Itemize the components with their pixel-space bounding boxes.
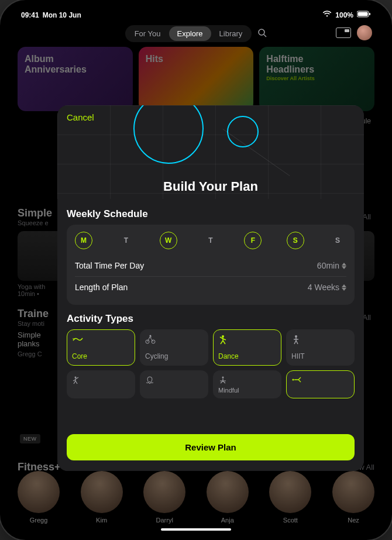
core-icon <box>72 335 130 345</box>
modal-title: Build Your Plan <box>57 179 364 194</box>
day-tue[interactable]: T <box>117 232 135 249</box>
plan-length-value: 4 Weeks <box>308 283 339 292</box>
cancel-button[interactable]: Cancel <box>67 112 94 122</box>
home-indicator[interactable] <box>161 528 231 531</box>
dance-icon <box>218 335 276 347</box>
pilates-icon <box>291 376 349 386</box>
svg-point-10 <box>295 335 297 338</box>
day-sun[interactable]: S <box>329 232 346 249</box>
total-time-label: Total Time Per Day <box>75 261 144 270</box>
day-thu[interactable]: T <box>202 232 219 249</box>
svg-point-13 <box>293 379 294 381</box>
schedule-card: M T W T F S S Total Time Per Day 60min <box>67 225 355 305</box>
ipad-frame: 09:41 Mon 10 Jun 100% For You Explore Li… <box>0 0 392 540</box>
svg-point-8 <box>150 335 152 337</box>
total-time-value: 60min <box>317 261 339 270</box>
svg-point-12 <box>222 377 224 379</box>
day-picker: M T W T F S S <box>75 232 346 249</box>
activity-cycling[interactable]: Cycling <box>140 329 208 366</box>
activity-types-heading: Activity Types <box>67 313 355 325</box>
mindful-icon <box>218 376 276 387</box>
activity-meditation[interactable] <box>140 370 208 398</box>
day-fri[interactable]: F <box>244 232 262 249</box>
stepper-icon <box>342 284 346 291</box>
review-plan-button[interactable]: Review Plan <box>67 434 355 460</box>
plan-length-row[interactable]: Length of Plan 4 Weeks <box>75 276 346 298</box>
day-mon[interactable]: M <box>75 232 92 249</box>
total-time-row[interactable]: Total Time Per Day 60min <box>75 255 346 276</box>
svg-point-11 <box>75 377 77 379</box>
activity-mindful[interactable]: Mindful <box>213 370 281 398</box>
activity-pilates[interactable] <box>286 370 355 398</box>
activity-hiit[interactable]: HIIT <box>286 329 355 366</box>
decorative-ring-icon <box>133 105 204 164</box>
screen: 09:41 Mon 10 Jun 100% For You Explore Li… <box>6 6 386 534</box>
svg-point-9 <box>222 335 224 338</box>
day-sat[interactable]: S <box>287 232 304 249</box>
plan-length-label: Length of Plan <box>75 283 128 292</box>
weekly-schedule-heading: Weekly Schedule <box>67 208 355 220</box>
modal-header: Cancel Build Your Plan <box>57 105 364 199</box>
activity-kickboxing[interactable] <box>67 370 135 398</box>
activity-dance[interactable]: Dance <box>213 329 281 366</box>
activity-core[interactable]: Core <box>67 329 135 366</box>
stepper-icon <box>342 263 346 269</box>
hiit-icon <box>291 335 349 347</box>
meditation-icon <box>145 376 203 387</box>
kickboxing-icon <box>72 376 130 387</box>
build-plan-modal: Cancel Build Your Plan Weekly Schedule M… <box>57 105 364 471</box>
day-wed[interactable]: W <box>160 232 177 249</box>
cycling-icon <box>145 335 203 346</box>
